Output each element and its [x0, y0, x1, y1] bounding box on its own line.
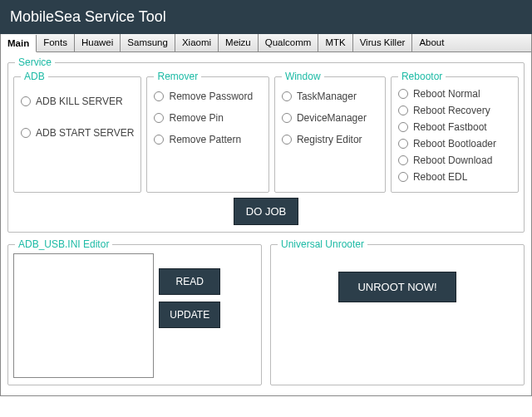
- radio-icon: [398, 155, 408, 165]
- radio-label: Reboot Recovery: [413, 105, 490, 116]
- radio-label: ADB START SERVER: [36, 127, 134, 139]
- radio-registry-editor[interactable]: Registry Editor: [282, 134, 378, 145]
- do-job-button[interactable]: DO JOB: [234, 198, 298, 225]
- adb-editor-legend: ADB_USB.INI Editor: [15, 238, 112, 250]
- remover-group: Remover Remove Password Remove Pin Remov…: [146, 76, 268, 193]
- tab-xiaomi[interactable]: Xiaomi: [175, 34, 219, 52]
- radio-icon: [21, 96, 31, 106]
- radio-remove-pattern[interactable]: Remove Pattern: [154, 134, 261, 145]
- update-button[interactable]: UPDATE: [159, 302, 220, 328]
- radio-icon: [282, 91, 292, 101]
- tab-samsung[interactable]: Samsung: [121, 34, 175, 52]
- tab-huawei[interactable]: Huawei: [75, 34, 121, 52]
- tab-mtk[interactable]: MTK: [318, 34, 352, 52]
- tab-bar: Main Fonts Huawei Samsung Xiaomi Meizu Q…: [0, 34, 532, 52]
- radio-reboot-fastboot[interactable]: Reboot Fastboot: [398, 121, 511, 133]
- tab-qualcomm[interactable]: Qualcomm: [259, 34, 319, 52]
- service-legend: Service: [15, 56, 55, 68]
- radio-icon: [154, 135, 164, 145]
- unroot-now-button[interactable]: UNROOT NOW!: [338, 272, 456, 302]
- radio-reboot-recovery[interactable]: Reboot Recovery: [398, 105, 511, 116]
- radio-icon: [21, 128, 31, 138]
- universal-unrooter-group: Universal Unrooter UNROOT NOW!: [270, 244, 525, 385]
- tab-virus-killer[interactable]: Virus Killer: [353, 34, 413, 52]
- radio-label: TaskManager: [297, 91, 357, 102]
- main-content: Service ADB ADB KILL SERVER ADB START SE…: [0, 52, 532, 396]
- radio-adb-kill-server[interactable]: ADB KILL SERVER: [21, 96, 134, 107]
- tab-fonts[interactable]: Fonts: [37, 34, 75, 52]
- radio-label: Remove Pin: [169, 112, 223, 124]
- window-title: MobileSea Service Tool: [10, 8, 166, 25]
- adb-editor-textarea[interactable]: [13, 253, 154, 378]
- radio-label: Registry Editor: [297, 134, 362, 145]
- radio-taskmanager[interactable]: TaskManager: [282, 91, 378, 102]
- radio-adb-start-server[interactable]: ADB START SERVER: [21, 127, 134, 139]
- radio-remove-pin[interactable]: Remove Pin: [154, 112, 261, 124]
- radio-label: Reboot EDL: [413, 171, 467, 183]
- read-button[interactable]: READ: [159, 268, 220, 295]
- radio-icon: [398, 89, 408, 99]
- window-titlebar: MobileSea Service Tool: [0, 0, 532, 34]
- remover-legend: Remover: [154, 71, 201, 82]
- radio-label: Remove Pattern: [169, 134, 241, 145]
- radio-label: Reboot Download: [413, 155, 492, 166]
- radio-reboot-normal[interactable]: Reboot Normal: [398, 88, 511, 100]
- tab-meizu[interactable]: Meizu: [219, 34, 259, 52]
- radio-icon: [398, 122, 408, 132]
- radio-label: Reboot Fastboot: [413, 121, 487, 133]
- radio-reboot-download[interactable]: Reboot Download: [398, 155, 511, 166]
- unrooter-legend: Universal Unrooter: [278, 238, 367, 250]
- radio-label: Reboot Bootloader: [413, 138, 496, 150]
- radio-icon: [154, 113, 164, 123]
- radio-icon: [282, 135, 292, 145]
- tab-main[interactable]: Main: [1, 35, 37, 52]
- adb-usb-ini-editor-group: ADB_USB.INI Editor READ UPDATE: [7, 244, 262, 385]
- radio-label: Remove Password: [169, 91, 253, 102]
- radio-icon: [398, 105, 408, 115]
- window-legend: Window: [282, 71, 324, 82]
- radio-icon: [398, 172, 408, 182]
- radio-label: DeviceManager: [297, 112, 367, 124]
- rebootor-group: Rebootor Reboot Normal Reboot Recovery R…: [391, 76, 519, 193]
- window-group: Window TaskManager DeviceManager Registr…: [274, 76, 386, 193]
- adb-legend: ADB: [21, 71, 48, 82]
- radio-remove-password[interactable]: Remove Password: [154, 91, 261, 102]
- radio-reboot-bootloader[interactable]: Reboot Bootloader: [398, 138, 511, 150]
- tab-about[interactable]: About: [412, 34, 451, 52]
- service-group: Service ADB ADB KILL SERVER ADB START SE…: [7, 62, 525, 233]
- radio-icon: [282, 113, 292, 123]
- adb-group: ADB ADB KILL SERVER ADB START SERVER: [13, 76, 141, 193]
- radio-label: ADB KILL SERVER: [36, 96, 123, 107]
- radio-label: Reboot Normal: [413, 88, 480, 100]
- radio-icon: [154, 91, 164, 101]
- radio-reboot-edl[interactable]: Reboot EDL: [398, 171, 511, 183]
- rebootor-legend: Rebootor: [398, 71, 446, 82]
- radio-devicemanager[interactable]: DeviceManager: [282, 112, 378, 124]
- radio-icon: [398, 139, 408, 149]
